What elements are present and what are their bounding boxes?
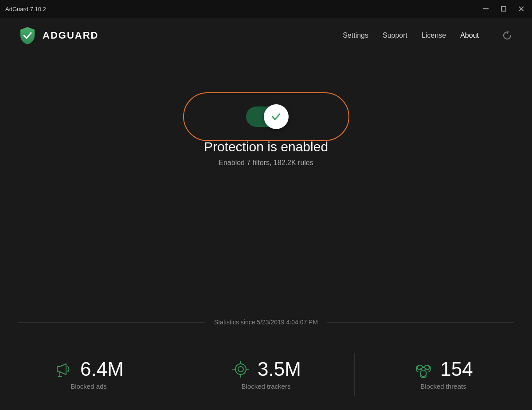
main-content: Protection is enabled Enabled 7 filters,… [0,53,532,167]
logo: ADGUARD [18,26,343,45]
stat-blocked-ads-top: 6.4M [54,359,124,379]
adguard-logo-icon [18,26,37,45]
header: ADGUARD Settings Support License About [0,18,532,53]
protection-status-subtitle: Enabled 7 filters, 182.2K rules [204,159,328,167]
svg-rect-0 [483,8,489,9]
protection-status-title: Protection is enabled [204,139,328,154]
blocked-threats-label: Blocked threats [420,382,466,390]
maximize-button[interactable] [498,4,509,14]
blocked-trackers-icon [231,359,250,379]
blocked-trackers-value: 3.5M [258,359,301,379]
protection-toggle[interactable] [246,106,286,127]
protection-status: Protection is enabled Enabled 7 filters,… [204,139,328,167]
stats-section: Statistics since 5/23/2019 4:04:07 PM 6.… [0,319,532,410]
protection-toggle-container [246,106,286,127]
blocked-ads-label: Blocked ads [70,382,107,390]
minimize-button[interactable] [481,4,491,14]
stats-header: Statistics since 5/23/2019 4:04:07 PM [0,319,532,326]
stat-blocked-threats: 154 Blocked threats [355,339,532,410]
stats-date: Statistics since 5/23/2019 4:04:07 PM [205,319,327,326]
app-title: AdGuard 7.10.2 [5,6,46,12]
svg-point-7 [238,367,243,372]
blocked-trackers-label: Blocked trackers [242,382,291,390]
close-button[interactable] [516,4,527,14]
window-controls [481,4,527,14]
nav-links: Settings Support License About [343,28,514,43]
nav-about[interactable]: About [460,30,479,41]
stats-line-left [18,322,205,323]
stat-blocked-ads: 6.4M Blocked ads [0,339,177,410]
stat-blocked-threats-top: 154 [414,359,473,379]
stats-line-right [327,322,514,323]
blocked-ads-value: 6.4M [80,359,124,379]
svg-point-6 [235,364,246,375]
blocked-ads-icon [54,359,73,379]
toggle-track[interactable] [246,106,286,127]
blocked-threats-value: 154 [440,359,473,379]
svg-rect-1 [501,7,506,11]
title-bar: AdGuard 7.10.2 [0,0,532,18]
nav-license[interactable]: License [422,30,446,41]
stats-grid: 6.4M Blocked ads 3.5M [0,339,532,410]
logo-text: ADGUARD [43,30,98,41]
toggle-thumb [264,104,289,129]
nav-support[interactable]: Support [383,30,407,41]
svg-point-12 [422,367,425,371]
refresh-button[interactable] [500,28,514,43]
checkmark-icon [270,110,282,123]
blocked-threats-icon [414,359,433,379]
stat-blocked-trackers: 3.5M Blocked trackers [177,339,355,410]
stat-blocked-trackers-top: 3.5M [231,359,301,379]
nav-settings[interactable]: Settings [343,30,368,41]
